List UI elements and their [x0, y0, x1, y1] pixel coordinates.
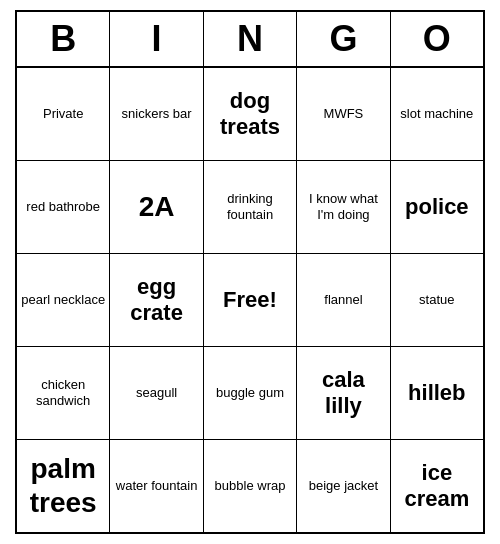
header-letter: O: [391, 12, 483, 66]
bingo-cell: I know what I'm doing: [297, 161, 390, 253]
bingo-row: palm treeswater fountainbubble wrapbeige…: [17, 440, 483, 532]
bingo-cell: seagull: [110, 347, 203, 439]
bingo-cell: red bathrobe: [17, 161, 110, 253]
header-letter: I: [110, 12, 203, 66]
bingo-cell: flannel: [297, 254, 390, 346]
bingo-grid: Privatesnickers bardog treatsMWFSslot ma…: [17, 68, 483, 532]
bingo-cell: 2A: [110, 161, 203, 253]
bingo-row: red bathrobe2Adrinking fountainI know wh…: [17, 161, 483, 254]
bingo-cell: dog treats: [204, 68, 297, 160]
bingo-cell: water fountain: [110, 440, 203, 532]
bingo-cell: cala lilly: [297, 347, 390, 439]
bingo-cell: pearl necklace: [17, 254, 110, 346]
bingo-cell: bubble wrap: [204, 440, 297, 532]
bingo-cell: slot machine: [391, 68, 483, 160]
bingo-cell: police: [391, 161, 483, 253]
bingo-cell: chicken sandwich: [17, 347, 110, 439]
bingo-cell: Private: [17, 68, 110, 160]
bingo-cell: buggle gum: [204, 347, 297, 439]
bingo-cell: palm trees: [17, 440, 110, 532]
bingo-header: BINGO: [17, 12, 483, 68]
bingo-cell: egg crate: [110, 254, 203, 346]
bingo-cell: drinking fountain: [204, 161, 297, 253]
bingo-row: chicken sandwichseagullbuggle gumcala li…: [17, 347, 483, 440]
bingo-row: Privatesnickers bardog treatsMWFSslot ma…: [17, 68, 483, 161]
bingo-cell: Free!: [204, 254, 297, 346]
bingo-card: BINGO Privatesnickers bardog treatsMWFSs…: [15, 10, 485, 534]
header-letter: G: [297, 12, 390, 66]
bingo-cell: MWFS: [297, 68, 390, 160]
bingo-cell: ice cream: [391, 440, 483, 532]
bingo-cell: snickers bar: [110, 68, 203, 160]
bingo-cell: statue: [391, 254, 483, 346]
bingo-cell: beige jacket: [297, 440, 390, 532]
bingo-cell: hilleb: [391, 347, 483, 439]
header-letter: N: [204, 12, 297, 66]
bingo-row: pearl necklaceegg crateFree!flannelstatu…: [17, 254, 483, 347]
header-letter: B: [17, 12, 110, 66]
